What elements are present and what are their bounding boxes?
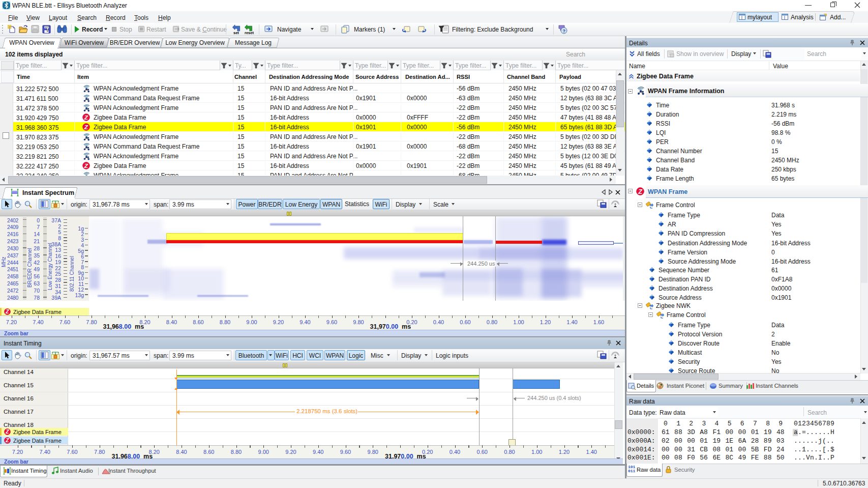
svg-text:reset: reset bbox=[245, 31, 254, 35]
svg-text:set: set bbox=[233, 31, 239, 35]
svg-text:Z: Z bbox=[84, 124, 88, 130]
svg-text:Z: Z bbox=[5, 429, 9, 435]
svg-text:Z: Z bbox=[84, 114, 88, 121]
svg-text:Z: Z bbox=[638, 188, 643, 195]
svg-text:Z: Z bbox=[84, 162, 88, 169]
svg-text:Z: Z bbox=[5, 438, 9, 443]
svg-text:Z: Z bbox=[5, 309, 9, 314]
svg-text:?: ? bbox=[563, 28, 566, 34]
